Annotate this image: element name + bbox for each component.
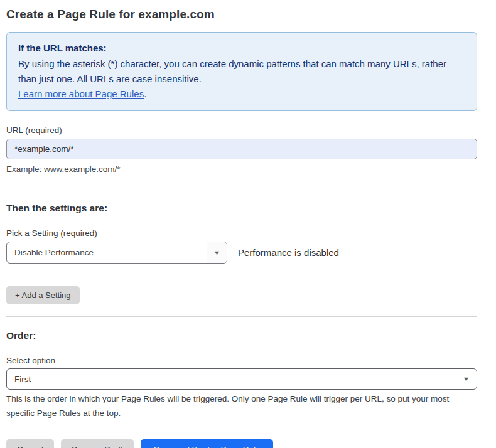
url-input[interactable] xyxy=(6,139,477,159)
save-as-draft-button[interactable]: Save as Draft xyxy=(61,439,134,448)
info-box-link-line: Learn more about Page Rules. xyxy=(18,87,465,102)
order-select[interactable]: First ▼ xyxy=(6,368,477,390)
order-select-label: Select option xyxy=(6,356,477,365)
order-section-heading: Order: xyxy=(6,330,477,341)
url-field-label: URL (required) xyxy=(6,125,477,135)
page-title: Create a Page Rule for example.com xyxy=(6,8,477,21)
setting-dropdown-arrow-button[interactable]: ▼ xyxy=(207,242,227,263)
divider xyxy=(6,188,477,188)
divider xyxy=(6,316,477,317)
learn-more-link[interactable]: Learn more about Page Rules xyxy=(18,88,144,99)
chevron-down-icon: ▼ xyxy=(462,376,470,382)
settings-section-heading: Then the settings are: xyxy=(6,203,477,214)
create-page-rule-panel: Create a Page Rule for example.com If th… xyxy=(0,0,496,448)
chevron-down-icon: ▼ xyxy=(213,250,220,256)
setting-dropdown[interactable]: Disable Performance ▼ xyxy=(6,242,227,264)
order-help-text: This is the order in which your Page Rul… xyxy=(6,392,471,420)
setting-picker-row: Disable Performance ▼ Performance is dis… xyxy=(6,242,477,264)
info-box-body: By using the asterisk (*) character, you… xyxy=(18,56,465,87)
save-and-deploy-button[interactable]: Save and Deploy Page Rule xyxy=(141,439,274,448)
add-setting-button[interactable]: + Add a Setting xyxy=(6,286,80,304)
url-matches-info-box: If the URL matches: By using the asteris… xyxy=(6,32,477,111)
order-select-value: First xyxy=(14,375,463,384)
url-example-text: Example: www.example.com/* xyxy=(6,164,477,174)
setting-status-text: Performance is disabled xyxy=(238,247,339,258)
pick-setting-label: Pick a Setting (required) xyxy=(6,228,477,238)
divider xyxy=(6,429,477,429)
setting-dropdown-value: Disable Performance xyxy=(7,242,207,263)
footer-actions: Cancel Save as Draft Save and Deploy Pag… xyxy=(6,439,477,448)
cancel-button[interactable]: Cancel xyxy=(6,439,54,448)
link-period: . xyxy=(144,88,146,99)
info-box-heading: If the URL matches: xyxy=(18,41,465,56)
